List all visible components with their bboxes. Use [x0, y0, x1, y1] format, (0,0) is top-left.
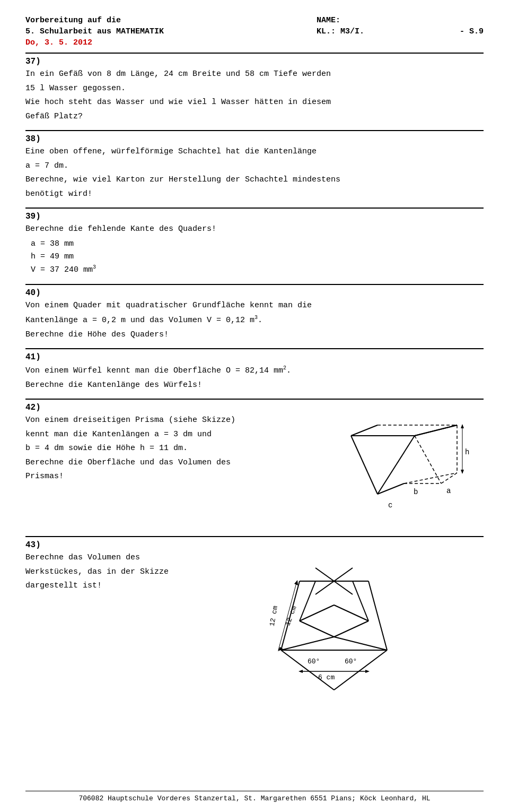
problem-39-text1: Berechne die fehlende Kante des Quaders! — [25, 223, 484, 236]
problem-38-text1: Eine oben offene, würfelförmige Schachte… — [25, 146, 484, 158]
problem-40: 40) Von einem Quader mit quadratischer G… — [25, 284, 484, 341]
problem-41-text1: Von einem Würfel kennt man die Oberfläch… — [25, 364, 484, 377]
problem-38-text4: benötigt wird! — [25, 188, 484, 201]
problem-42-text3: b = 4 dm sowie die Höhe h = 11 dm. — [25, 443, 324, 455]
svg-line-5 — [378, 436, 415, 494]
werkstueck-diagram: 12 cm 60° 60° 6 cm 12 cm — [247, 552, 416, 732]
title-line2: 5. Schularbeit aus MATHEMATIK — [25, 26, 164, 37]
problem-42: 42) Von einem dreiseitigen Prisma (siehe… — [25, 399, 484, 529]
problem-39-a: a = 38 mm — [31, 238, 484, 250]
svg-marker-42 — [365, 670, 370, 673]
problem-43-number: 43) — [25, 536, 484, 550]
problem-43: 43) Berechne das Volumen des Werkstückes… — [25, 536, 484, 732]
svg-line-10 — [415, 425, 457, 436]
problem-43-content: Berechne das Volumen des Werkstückes, da… — [25, 552, 484, 732]
svg-line-11 — [415, 436, 441, 483]
title-line1: Vorbereitung auf die — [25, 15, 164, 26]
problem-40-number: 40) — [25, 284, 484, 298]
problem-37-text2: 15 l Wasser gegossen. — [25, 83, 484, 95]
svg-line-33 — [334, 621, 368, 637]
problem-37-number: 37) — [25, 53, 484, 66]
problem-40-text1: Von einem Quader mit quadratischer Grund… — [25, 300, 484, 312]
name-label: NAME: — [317, 15, 484, 26]
svg-marker-41 — [299, 670, 303, 673]
svg-text:h: h — [465, 448, 469, 456]
problem-41-number: 41) — [25, 348, 484, 362]
svg-line-3 — [351, 436, 378, 494]
footer-text: 706082 Hauptschule Vorderes Stanzertal, … — [78, 794, 430, 802]
problem-38: 38) Eine oben offene, würfelförmige Scha… — [25, 130, 484, 200]
date: Do, 3. 5. 2012 — [25, 38, 484, 47]
problem-39: 39) Berechne die fehlende Kante des Quad… — [25, 208, 484, 277]
svg-marker-14 — [461, 424, 464, 428]
problem-37-text3: Wie hoch steht das Wasser und wie viel l… — [25, 97, 484, 109]
svg-text:c: c — [388, 501, 392, 509]
problem-42-text1: Von einem dreiseitigen Prisma (siehe Ski… — [25, 414, 324, 427]
svg-line-6 — [351, 425, 378, 436]
problem-38-number: 38) — [25, 130, 484, 144]
footer: 706082 Hauptschule Vorderes Stanzertal, … — [25, 791, 484, 802]
problem-43-text1: Berechne das Volumen des — [25, 552, 169, 564]
problem-43-text3: dargestellt ist! — [25, 580, 169, 592]
class-label: KL.: M3/I. - S.9 — [317, 26, 484, 37]
header: Vorbereitung auf die 5. Schularbeit aus … — [25, 15, 484, 37]
svg-line-26 — [334, 650, 387, 690]
problem-40-text3: Berechne die Höhe des Quaders! — [25, 329, 484, 341]
problem-37-text1: In ein Gefäß von 8 dm Länge, 24 cm Breit… — [25, 68, 484, 81]
svg-text:a: a — [446, 487, 451, 495]
problem-38-text2: a = 7 dm. — [25, 160, 484, 172]
svg-marker-44 — [294, 580, 298, 585]
problem-38-text3: Berechne, wie viel Karton zur Herstellun… — [25, 174, 484, 186]
problem-41-text2: Berechne die Kantenlänge des Würfels! — [25, 379, 484, 392]
problem-37-text4: Gefäß Platz? — [25, 111, 484, 123]
problem-39-number: 39) — [25, 208, 484, 221]
problem-42-text4: Berechne die Oberfläche und das Volumen … — [25, 457, 324, 469]
problem-39-h: h = 49 mm — [31, 250, 484, 263]
svg-text:12 cm: 12 cm — [268, 605, 280, 627]
problem-42-text5: Prismas! — [25, 471, 324, 483]
problem-41: 41) Von einem Würfel kennt man die Oberf… — [25, 348, 484, 391]
svg-line-25 — [281, 650, 334, 690]
svg-marker-15 — [461, 470, 464, 474]
problem-42-content: Von einem dreiseitigen Prisma (siehe Ski… — [25, 414, 484, 529]
problem-42-text2: kennt man die Kantenlängen a = 3 dm und — [25, 429, 324, 441]
problem-39-measurements: a = 38 mm h = 49 mm V = 37 240 mm3 — [31, 238, 484, 277]
problem-43-text2: Werkstückes, das in der Skizze — [25, 566, 169, 578]
problem-43-text: Berechne das Volumen des Werkstückes, da… — [25, 552, 169, 594]
problem-42-text: Von einem dreiseitigen Prisma (siehe Ski… — [25, 414, 324, 485]
header-info: NAME: KL.: M3/I. - S.9 — [317, 15, 484, 37]
svg-text:60°: 60° — [308, 658, 320, 666]
problem-37: 37) In ein Gefäß von 8 dm Länge, 24 cm B… — [25, 53, 484, 123]
svg-line-34 — [281, 637, 334, 650]
svg-line-23 — [368, 581, 387, 650]
svg-text:b: b — [414, 488, 418, 496]
svg-line-35 — [334, 637, 387, 650]
svg-text:12 cm: 12 cm — [284, 604, 299, 627]
problem-40-text2: Kantenlänge a = 0,2 m und das Volumen V … — [25, 314, 484, 327]
svg-line-2 — [441, 473, 457, 483]
svg-line-9 — [404, 473, 457, 483]
svg-line-32 — [300, 621, 334, 637]
problem-39-v: V = 37 240 mm3 — [31, 263, 484, 277]
header-title: Vorbereitung auf die 5. Schularbeit aus … — [25, 15, 164, 37]
prism-diagram: h b a c — [335, 409, 484, 529]
svg-text:60°: 60° — [345, 658, 357, 666]
svg-text:6 cm: 6 cm — [318, 673, 335, 681]
